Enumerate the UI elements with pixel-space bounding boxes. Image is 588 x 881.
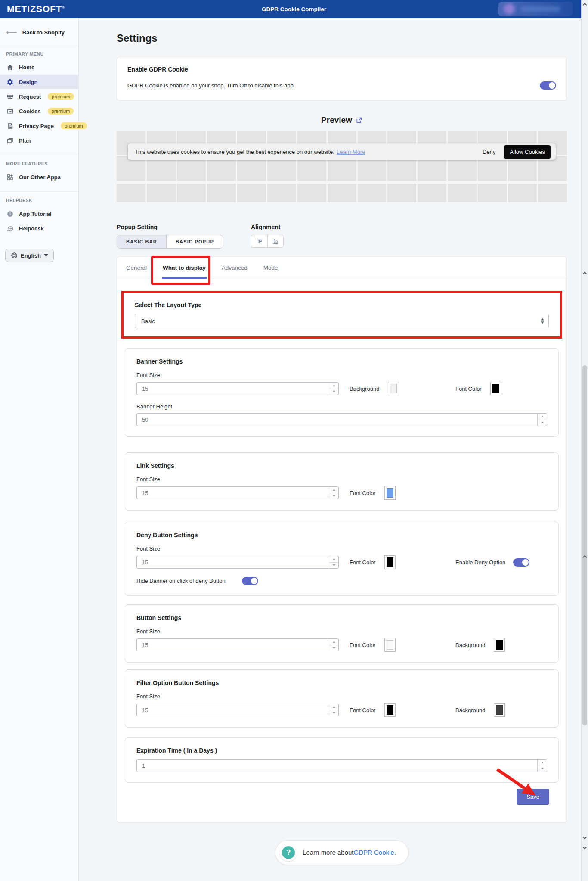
- number-spinner[interactable]: [329, 639, 338, 651]
- alignment-label: Alignment: [251, 224, 284, 230]
- align-bottom-button[interactable]: [267, 235, 283, 247]
- button-settings-title: Button Settings: [136, 614, 547, 621]
- deny-button[interactable]: Deny: [483, 149, 495, 155]
- banner-font-color-picker[interactable]: [490, 382, 501, 395]
- sidebar-item-home[interactable]: Home: [0, 60, 78, 75]
- tab-mode[interactable]: Mode: [263, 257, 279, 279]
- preview-grid-cell: [177, 184, 206, 202]
- expiration-card: Expiration Time ( In a Days ): [125, 737, 559, 783]
- basic-bar-option[interactable]: BASIC BAR: [117, 235, 167, 248]
- button-background-color-picker[interactable]: [494, 638, 505, 652]
- banner-font-size-value[interactable]: [137, 383, 329, 395]
- sidebar-item-app-tutorial[interactable]: App Tutorial: [0, 206, 78, 221]
- deny-font-color-picker[interactable]: [384, 555, 396, 569]
- deny-font-size-value[interactable]: [137, 556, 329, 568]
- number-spinner[interactable]: [329, 704, 338, 716]
- font-color-label: Font Color: [350, 490, 376, 496]
- enable-gdpr-toggle[interactable]: [540, 81, 556, 90]
- background-label: Background: [350, 386, 379, 392]
- gdpr-cookie-link[interactable]: GDPR Cookie.: [354, 849, 396, 856]
- basic-popup-option[interactable]: BASIC POPUP: [167, 235, 223, 248]
- banner-settings-card: Banner Settings Font Size Background Fon…: [125, 348, 559, 437]
- number-spinner[interactable]: [537, 760, 547, 772]
- deny-font-size-input[interactable]: [136, 556, 339, 569]
- external-link-icon[interactable]: [356, 117, 362, 124]
- language-selector[interactable]: English: [5, 249, 54, 262]
- spinner-down-icon: [329, 493, 338, 499]
- layout-type-section annotation-red-box-layout: Select The Layout Type Basic: [121, 291, 562, 339]
- sidebar-item-label: Request: [19, 93, 41, 100]
- save-button[interactable]: Save: [517, 789, 549, 805]
- background-label: Background: [455, 642, 485, 648]
- preview-area: This website uses cookies to ensure you …: [117, 131, 567, 202]
- banner-font-size-input[interactable]: [136, 382, 339, 395]
- number-spinner[interactable]: [329, 487, 338, 499]
- font-color-label: Font Color: [350, 559, 376, 566]
- sidebar-item-privacy-page[interactable]: Privacy Page premium: [0, 118, 78, 133]
- layout-type-select[interactable]: Basic: [135, 314, 549, 328]
- scroll-down-icon[interactable]: [583, 835, 587, 840]
- sidebar-item-helpdesk[interactable]: Helpdesk: [0, 221, 78, 236]
- scrollbar[interactable]: [581, 0, 588, 881]
- popup-setting-segmented: BASIC BAR BASIC POPUP: [117, 235, 223, 249]
- app-root: METIZSOFT® GDPR Cookie Compiler ⟵ Back t…: [0, 0, 588, 881]
- top-bar: METIZSOFT® GDPR Cookie Compiler: [0, 0, 588, 18]
- spinner-up-icon: [329, 704, 338, 710]
- preview-grid-cell: [387, 184, 416, 202]
- button-font-size-input[interactable]: [136, 638, 339, 651]
- tab-general[interactable]: General: [125, 257, 148, 279]
- number-spinner[interactable]: [537, 414, 547, 426]
- popup-setting-label: Popup Setting: [117, 224, 251, 230]
- scroll-up-icon[interactable]: [583, 3, 587, 7]
- button-font-color-picker[interactable]: [384, 638, 396, 652]
- learn-more-link[interactable]: Learn More: [337, 149, 365, 155]
- chevron-down-icon: [44, 254, 48, 257]
- filter-font-color-picker[interactable]: [384, 703, 396, 717]
- link-font-color-picker[interactable]: [384, 486, 396, 500]
- link-font-size-input[interactable]: [136, 486, 339, 499]
- tab-what-to-display[interactable]: What to display: [162, 257, 207, 279]
- preview-grid-cell: [207, 184, 236, 202]
- hide-banner-label: Hide Banner on click of deny Button: [136, 578, 233, 584]
- align-top-button[interactable]: [251, 235, 267, 247]
- footer-text: Learn more about: [303, 849, 353, 856]
- sidebar-item-cookies[interactable]: Cookies premium: [0, 104, 78, 118]
- scroll-up-icon[interactable]: [583, 272, 587, 276]
- button-settings-card: Button Settings Font Size Font Color Bac…: [125, 604, 559, 663]
- allow-cookies-button[interactable]: Allow Cookies: [504, 145, 551, 159]
- layout-type-value: Basic: [141, 318, 155, 324]
- back-to-shopify-link[interactable]: ⟵ Back to Shopify: [0, 18, 78, 45]
- deny-settings-title: Deny Button Settings: [136, 532, 547, 539]
- sidebar-item-request[interactable]: Request premium: [0, 89, 78, 104]
- tab-advanced[interactable]: Advanced: [221, 257, 248, 279]
- filter-background-color-picker[interactable]: [494, 703, 505, 717]
- premium-badge: premium: [61, 122, 87, 129]
- number-spinner[interactable]: [329, 383, 338, 395]
- scroll-down-icon[interactable]: [583, 845, 587, 850]
- hide-banner-toggle[interactable]: [242, 577, 258, 585]
- sidebar-item-design[interactable]: Design: [0, 75, 78, 89]
- enable-deny-option-toggle[interactable]: [513, 558, 529, 567]
- enable-gdpr-card: Enable GDPR Cookie GDPR Cookie is enable…: [117, 57, 567, 100]
- expiration-input[interactable]: [136, 759, 547, 772]
- sidebar-item-our-other-apps[interactable]: Our Other Apps: [0, 170, 78, 184]
- more-features-label: MORE FEATURES: [0, 155, 78, 170]
- tab-bar: General What to display Advanced Mode: [117, 257, 566, 279]
- filter-font-size-value[interactable]: [137, 704, 329, 716]
- cookie-banner-preview: This website uses cookies to ensure you …: [128, 143, 556, 160]
- link-font-size-value[interactable]: [137, 487, 329, 499]
- spinner-up-icon: [538, 760, 547, 766]
- scrollbar-thumb[interactable]: [582, 365, 587, 725]
- sidebar-item-plan[interactable]: Plan: [0, 133, 78, 148]
- number-spinner[interactable]: [329, 556, 338, 568]
- font-size-label: Font Size: [136, 628, 547, 635]
- expiration-value[interactable]: [137, 760, 537, 772]
- filter-font-size-input[interactable]: [136, 704, 339, 716]
- banner-settings-title: Banner Settings: [136, 358, 547, 365]
- banner-height-value[interactable]: [137, 414, 537, 426]
- banner-height-input[interactable]: [136, 413, 547, 426]
- button-font-size-value[interactable]: [137, 639, 329, 651]
- user-account[interactable]: [498, 2, 573, 16]
- avatar: [504, 3, 515, 15]
- banner-background-color-picker[interactable]: [388, 382, 399, 395]
